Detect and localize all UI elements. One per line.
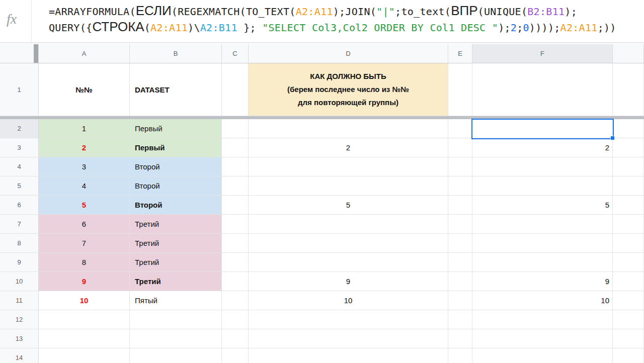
column-header-A[interactable]: A: [39, 44, 130, 63]
cell-C9[interactable]: [222, 253, 249, 272]
cell-G11[interactable]: [613, 291, 644, 310]
cell-A7[interactable]: 6: [39, 215, 130, 234]
cell-F13[interactable]: [472, 329, 613, 348]
cell-E13[interactable]: [448, 329, 472, 348]
cell-C6[interactable]: [222, 196, 249, 215]
cell-F4[interactable]: [472, 157, 613, 176]
cell-F11[interactable]: 10: [472, 291, 613, 310]
cell-D10[interactable]: 9: [249, 272, 448, 291]
cell-B14[interactable]: [130, 348, 222, 363]
cell-E5[interactable]: [448, 176, 472, 196]
row-header-14[interactable]: 14: [0, 348, 39, 363]
cell-D13[interactable]: [249, 329, 448, 348]
cell-F10[interactable]: 9: [472, 272, 613, 291]
cell-F8[interactable]: [472, 234, 613, 253]
cell-E8[interactable]: [448, 234, 472, 253]
cell-G4[interactable]: [613, 157, 644, 176]
formula-input-line-1[interactable]: =ARRAYFORMULA(ЕСЛИ(REGEXMATCH(TO_TEXT(A2…: [49, 3, 577, 19]
row-header-6[interactable]: 6: [0, 196, 39, 215]
cell-G14[interactable]: [613, 348, 644, 363]
cell-G13[interactable]: [613, 329, 644, 348]
cell-B10[interactable]: Третий: [130, 272, 222, 291]
cell-B4[interactable]: Второй: [130, 157, 222, 176]
cell-B5[interactable]: Второй: [130, 176, 222, 196]
cell-D11[interactable]: 10: [249, 291, 448, 310]
cell-E10[interactable]: [448, 272, 472, 291]
formula-input-line-2[interactable]: QUERY({СТРОКА(A2:A11)\A2:B11 }; "SELECT …: [49, 19, 616, 35]
cell-C13[interactable]: [222, 329, 249, 348]
cell-B12[interactable]: [130, 310, 222, 329]
row-header-10[interactable]: 10: [0, 272, 39, 291]
fill-handle[interactable]: [610, 136, 615, 140]
column-header-C[interactable]: C: [222, 44, 249, 63]
cell-C10[interactable]: [222, 272, 249, 291]
cell-E3[interactable]: [448, 138, 472, 157]
column-header-E[interactable]: E: [448, 44, 472, 63]
cell-D5[interactable]: [249, 176, 448, 196]
cell-E14[interactable]: [448, 348, 472, 363]
cell-B13[interactable]: [130, 329, 222, 348]
cell-C8[interactable]: [222, 234, 249, 253]
cell-D1[interactable]: КАК ДОЛЖНО БЫТЬ (берем последнее число и…: [249, 63, 448, 116]
cell-B7[interactable]: Третий: [130, 215, 222, 234]
row-header-5[interactable]: 5: [0, 176, 39, 196]
cell-G10[interactable]: [613, 272, 644, 291]
cell-F2[interactable]: [472, 119, 613, 138]
row-header-8[interactable]: 8: [0, 234, 39, 253]
cell-C14[interactable]: [222, 348, 249, 363]
cell-G9[interactable]: [613, 253, 644, 272]
cell-E6[interactable]: [448, 196, 472, 215]
cell-G3[interactable]: [613, 138, 644, 157]
row-header-12[interactable]: 12: [0, 310, 39, 329]
cell-A9[interactable]: 8: [39, 253, 130, 272]
cell-C5[interactable]: [222, 176, 249, 196]
frozen-column-handle[interactable]: [34, 44, 38, 63]
cell-B6[interactable]: Второй: [130, 196, 222, 215]
cell-G2[interactable]: [613, 119, 644, 138]
cell-B8[interactable]: Третий: [130, 234, 222, 253]
cell-A5[interactable]: 4: [39, 176, 130, 196]
cell-D6[interactable]: 5: [249, 196, 448, 215]
cell-G5[interactable]: [613, 176, 644, 196]
row-header-13[interactable]: 13: [0, 329, 39, 348]
cell-C4[interactable]: [222, 157, 249, 176]
row-header-1[interactable]: 1: [0, 63, 39, 116]
cell-D2[interactable]: [249, 119, 448, 138]
cell-G6[interactable]: [613, 196, 644, 215]
cell-C11[interactable]: [222, 291, 249, 310]
cell-G8[interactable]: [613, 234, 644, 253]
cell-A3[interactable]: 2: [39, 138, 130, 157]
cell-D3[interactable]: 2: [249, 138, 448, 157]
cell-C3[interactable]: [222, 138, 249, 157]
cell-B9[interactable]: Третий: [130, 253, 222, 272]
cell-C7[interactable]: [222, 215, 249, 234]
cell-D9[interactable]: [249, 253, 448, 272]
row-header-3[interactable]: 3: [0, 138, 39, 157]
column-header-B[interactable]: B: [130, 44, 222, 63]
cell-A14[interactable]: [39, 348, 130, 363]
cell-F1[interactable]: [472, 63, 613, 116]
cell-F9[interactable]: [472, 253, 613, 272]
cell-E12[interactable]: [448, 310, 472, 329]
row-header-11[interactable]: 11: [0, 291, 39, 310]
column-header-G[interactable]: [613, 44, 644, 63]
cell-D14[interactable]: [249, 348, 448, 363]
cell-E1[interactable]: [448, 63, 472, 116]
cell-A4[interactable]: 3: [39, 157, 130, 176]
row-header-2[interactable]: 2: [0, 119, 39, 138]
row-header-9[interactable]: 9: [0, 253, 39, 272]
cell-G12[interactable]: [613, 310, 644, 329]
cell-D4[interactable]: [249, 157, 448, 176]
cell-D12[interactable]: [249, 310, 448, 329]
cell-A10[interactable]: 9: [39, 272, 130, 291]
cell-A2[interactable]: 1: [39, 119, 130, 138]
cell-D8[interactable]: [249, 234, 448, 253]
cell-E9[interactable]: [448, 253, 472, 272]
cell-E4[interactable]: [448, 157, 472, 176]
cell-F12[interactable]: [472, 310, 613, 329]
cell-C12[interactable]: [222, 310, 249, 329]
cell-A13[interactable]: [39, 329, 130, 348]
cell-F3[interactable]: 2: [472, 138, 613, 157]
cell-F7[interactable]: [472, 215, 613, 234]
row-header-7[interactable]: 7: [0, 215, 39, 234]
